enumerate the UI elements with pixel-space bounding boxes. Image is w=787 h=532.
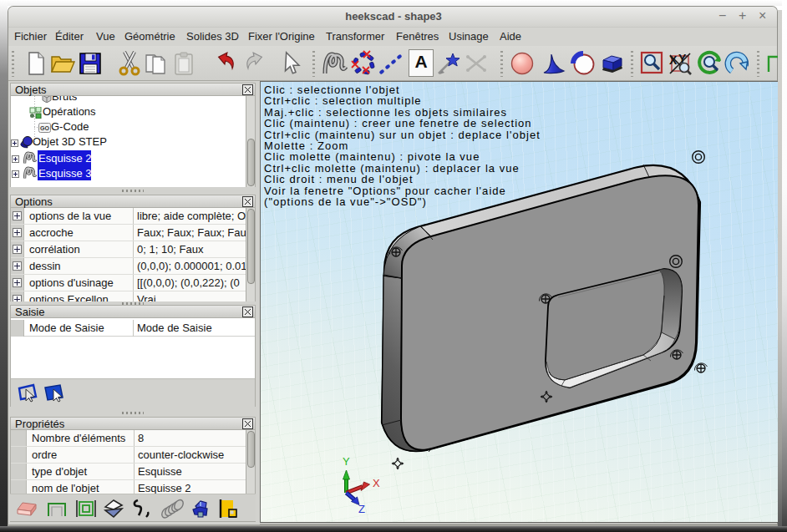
- svg-text:X: X: [373, 477, 380, 489]
- svg-text:Y: Y: [343, 455, 350, 468]
- svg-text:Z: Z: [358, 503, 365, 515]
- svg-text:GO: GO: [40, 125, 49, 131]
